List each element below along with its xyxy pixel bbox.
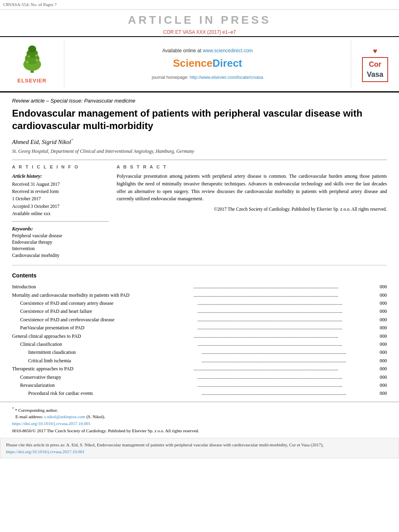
received-date: Received 31 August 2017 xyxy=(12,181,109,188)
toc-label: Coexistence of PAD and coronary artery d… xyxy=(20,299,197,307)
toc-label: Intermittent claudication xyxy=(28,348,201,356)
abstract-label: A B S T R A C T xyxy=(117,164,387,170)
toc-page: 000 xyxy=(375,389,387,397)
journal-ref: COR ET VASA XXX (2017) e1–e7 xyxy=(0,29,399,36)
toc-label: Mortality and cardiovascular morbidity i… xyxy=(12,291,193,299)
toc-item: Coexistence of PAD and heart failure ...… xyxy=(12,307,387,315)
toc-page: 000 xyxy=(375,373,387,381)
article-title: Endovascular management of patients with… xyxy=(12,107,387,132)
toc-label: Clinical classification xyxy=(20,340,197,348)
toc-item: PanVascular presentation of PAD ........… xyxy=(12,324,387,332)
toc-label: Introduction xyxy=(12,283,193,291)
toc-dots: ........................................… xyxy=(193,332,375,340)
aip-title: ARTICLE IN PRESS xyxy=(0,12,399,28)
citation-text-1: Please cite this article in press as: A.… xyxy=(6,442,231,447)
corresponding-author-note: * * Corresponding author. xyxy=(12,406,387,413)
toc-item: Conservative therapy ...................… xyxy=(12,373,387,381)
svg-point-5 xyxy=(26,61,29,63)
info-divider xyxy=(12,221,109,222)
affiliation: St. Georg Hospital, Department of Clinic… xyxy=(12,148,387,155)
section-divider xyxy=(12,265,387,265)
revised-label: Received in revised form xyxy=(12,188,109,195)
author-sup: * xyxy=(71,138,73,142)
toc-dots: ........................................… xyxy=(197,373,375,381)
toc-page: 000 xyxy=(375,348,387,356)
elsevier-logo: ELSEVIER xyxy=(0,40,64,88)
toc-label: Conservative therapy xyxy=(20,373,197,381)
journal-center-info: Available online at www.sciencedirect.co… xyxy=(64,40,351,88)
toc-page: 000 xyxy=(375,291,387,299)
sciencedirect-title: ScienceDirect xyxy=(173,56,242,70)
article-in-press-banner: ARTICLE IN PRESS COR ET VASA XXX (2017) … xyxy=(0,10,399,37)
toc-dots: ........................................… xyxy=(197,340,375,348)
keyword-1: Peripheral vascular disease xyxy=(12,232,109,239)
toc-label: Revascularization xyxy=(20,381,197,389)
elsevier-tree-icon xyxy=(16,43,48,76)
toc-item: Critical limb ischemia .................… xyxy=(12,357,387,365)
science-direct-url[interactable]: www.sciencedirect.com xyxy=(203,48,253,53)
abstract-copyright: ©2017 The Czech Society of Cardiology. P… xyxy=(117,206,387,212)
toc-page: 000 xyxy=(375,316,387,324)
abstract-text: Polyvascular presentation among patients… xyxy=(117,173,387,202)
contents-title: Contents xyxy=(12,272,387,280)
svg-point-8 xyxy=(35,55,37,57)
article-content: Review article – Special issue: Panvascu… xyxy=(0,92,399,265)
cor-vasa-logo: ♥ Cor Vasa xyxy=(351,40,399,88)
keyword-2: Endovascular therapy xyxy=(12,239,109,245)
toc-item: Introduction ...........................… xyxy=(12,283,387,291)
journal-header: ELSEVIER Available online at www.science… xyxy=(0,37,399,92)
citation-text-2: cardiovascular multi-morbidity, Cor et V… xyxy=(232,442,323,447)
article-info-column: A R T I C L E I N F O Article history: R… xyxy=(12,164,109,259)
toc-dots: ........................................… xyxy=(193,291,375,299)
keyword-3: Intervention xyxy=(12,245,109,252)
available-online-text: Available online at www.sciencedirect.co… xyxy=(162,47,253,54)
toc-label: PanVascular presentation of PAD xyxy=(20,324,197,332)
keywords-heading: Keywords: xyxy=(12,226,109,232)
accepted-date: Accepted 3 October 2017 xyxy=(12,203,109,210)
toc-item: Revascularization ......................… xyxy=(12,381,387,389)
toc-item: Intermittent claudication ..............… xyxy=(12,348,387,356)
toc-item: General clinical approaches to PAD .....… xyxy=(12,332,387,340)
keyword-4: Cardiovascular morbidity xyxy=(12,252,109,259)
toc-page: 000 xyxy=(375,365,387,373)
journal-homepage-url[interactable]: http://www.elsevier.com/locate/crvasa xyxy=(190,75,263,80)
email-info: E-mail address: s.nikol@asklepios.com (S… xyxy=(12,413,387,420)
toc-label: Coexistence of PAD and heart failure xyxy=(20,307,197,315)
available-online: Available online xxx xyxy=(12,210,109,217)
top-bar: CRVASA-554; No. of Pages 7 xyxy=(0,0,399,10)
svg-point-4 xyxy=(28,45,36,53)
toc-page: 000 xyxy=(375,307,387,315)
contents-section: Contents Introduction ..................… xyxy=(0,272,399,398)
toc-page: 000 xyxy=(375,381,387,389)
toc-page: 000 xyxy=(375,332,387,340)
article-history: Article history: Received 31 August 2017… xyxy=(12,173,109,217)
toc-label: Procedural risk for cardiac events xyxy=(28,389,201,397)
toc-label: Critical limb ischemia xyxy=(28,357,201,365)
history-heading: Article history: xyxy=(12,173,109,180)
toc-item: Coexistence of PAD and cerebrovascular d… xyxy=(12,316,387,324)
toc-item: Clinical classification ................… xyxy=(12,340,387,348)
email-link[interactable]: s.nikol@asklepios.com xyxy=(44,414,85,419)
footer-section: * * Corresponding author. E-mail address… xyxy=(0,402,399,434)
citation-box: Please cite this article in press as: A.… xyxy=(0,438,399,458)
svg-point-6 xyxy=(36,59,38,62)
toc-page: 000 xyxy=(375,283,387,291)
citation-doi-link[interactable]: https://doi.org/10.1016/j.crvasa.2017.10… xyxy=(6,449,84,454)
toc-item: Coexistence of PAD and coronary artery d… xyxy=(12,299,387,307)
toc-page: 000 xyxy=(375,299,387,307)
doi-link[interactable]: https://doi.org/10.1016/j.crvasa.2017.10… xyxy=(12,421,90,426)
toc-label: Therapeutic approaches to PAD xyxy=(12,365,193,373)
journal-homepage: journal homepage: http://www.elsevier.co… xyxy=(152,74,263,80)
abstract-column: A B S T R A C T Polyvascular presentatio… xyxy=(117,164,387,259)
toc-item: Procedural risk for cardiac events .....… xyxy=(12,389,387,397)
revised-date: 1 October 2017 xyxy=(12,195,109,202)
toc-dots: ........................................… xyxy=(197,299,375,307)
toc-dots: ........................................… xyxy=(201,357,375,365)
toc-dots: ........................................… xyxy=(197,316,375,324)
toc-label: Coexistence of PAD and cerebrovascular d… xyxy=(20,316,197,324)
article-info-label: A R T I C L E I N F O xyxy=(12,164,109,170)
toc-page: 000 xyxy=(375,340,387,348)
toc-page: 000 xyxy=(375,357,387,365)
elsevier-label: ELSEVIER xyxy=(17,77,46,84)
toc-dots: ........................................… xyxy=(197,307,375,315)
